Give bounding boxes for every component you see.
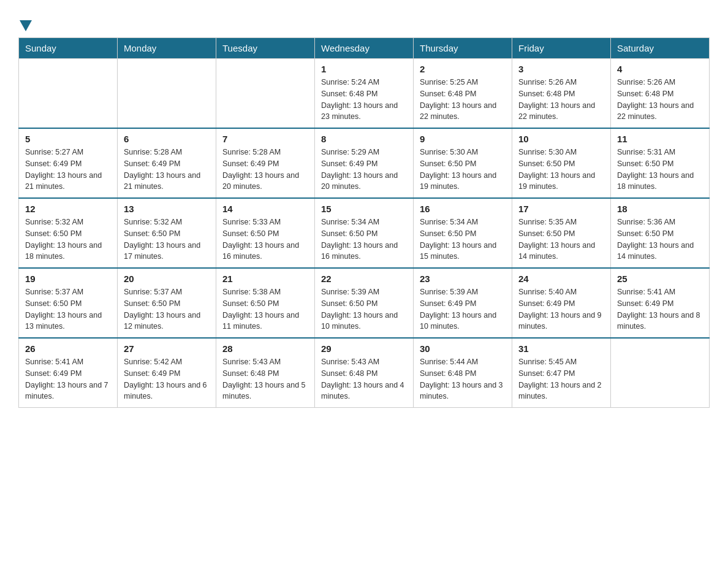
day-number: 13: [124, 204, 210, 214]
calendar-cell: 11Sunrise: 5:31 AM Sunset: 6:50 PM Dayli…: [611, 128, 710, 198]
day-info: Sunrise: 5:37 AM Sunset: 6:50 PM Dayligh…: [124, 286, 210, 332]
calendar-cell: 14Sunrise: 5:33 AM Sunset: 6:50 PM Dayli…: [216, 198, 315, 268]
calendar-cell: 23Sunrise: 5:39 AM Sunset: 6:49 PM Dayli…: [414, 268, 512, 338]
calendar-header-row: SundayMondayTuesdayWednesdayThursdayFrid…: [19, 38, 710, 59]
day-info: Sunrise: 5:32 AM Sunset: 6:50 PM Dayligh…: [124, 216, 210, 262]
day-info: Sunrise: 5:31 AM Sunset: 6:50 PM Dayligh…: [617, 147, 703, 193]
calendar-cell: 29Sunrise: 5:43 AM Sunset: 6:48 PM Dayli…: [315, 338, 414, 408]
day-number: 4: [617, 64, 703, 74]
calendar-cell: [118, 59, 216, 129]
day-info: Sunrise: 5:45 AM Sunset: 6:47 PM Dayligh…: [518, 356, 604, 402]
calendar-week-row: 12Sunrise: 5:32 AM Sunset: 6:50 PM Dayli…: [19, 198, 710, 268]
calendar-cell: 27Sunrise: 5:42 AM Sunset: 6:49 PM Dayli…: [118, 338, 216, 408]
day-info: Sunrise: 5:41 AM Sunset: 6:49 PM Dayligh…: [25, 356, 111, 402]
day-info: Sunrise: 5:37 AM Sunset: 6:50 PM Dayligh…: [25, 286, 111, 332]
calendar-cell: 30Sunrise: 5:44 AM Sunset: 6:48 PM Dayli…: [414, 338, 512, 408]
day-info: Sunrise: 5:38 AM Sunset: 6:50 PM Dayligh…: [222, 286, 308, 332]
day-info: Sunrise: 5:28 AM Sunset: 6:49 PM Dayligh…: [124, 147, 210, 193]
calendar-cell: 19Sunrise: 5:37 AM Sunset: 6:50 PM Dayli…: [19, 268, 118, 338]
day-number: 7: [222, 134, 308, 144]
calendar-cell: 9Sunrise: 5:30 AM Sunset: 6:50 PM Daylig…: [414, 128, 512, 198]
day-number: 9: [420, 134, 506, 144]
calendar-cell: 6Sunrise: 5:28 AM Sunset: 6:49 PM Daylig…: [118, 128, 216, 198]
day-info: Sunrise: 5:27 AM Sunset: 6:49 PM Dayligh…: [25, 147, 111, 193]
day-number: 25: [617, 274, 703, 284]
calendar-cell: 2Sunrise: 5:25 AM Sunset: 6:48 PM Daylig…: [414, 59, 512, 129]
calendar-cell: [611, 338, 710, 408]
day-info: Sunrise: 5:42 AM Sunset: 6:49 PM Dayligh…: [124, 356, 210, 402]
day-info: Sunrise: 5:36 AM Sunset: 6:50 PM Dayligh…: [617, 216, 703, 262]
day-info: Sunrise: 5:32 AM Sunset: 6:50 PM Dayligh…: [25, 216, 111, 262]
calendar-cell: 26Sunrise: 5:41 AM Sunset: 6:49 PM Dayli…: [19, 338, 118, 408]
calendar-cell: [216, 59, 315, 129]
calendar-table: SundayMondayTuesdayWednesdayThursdayFrid…: [18, 37, 710, 408]
day-number: 27: [124, 343, 210, 354]
day-info: Sunrise: 5:34 AM Sunset: 6:50 PM Dayligh…: [420, 216, 506, 262]
day-info: Sunrise: 5:35 AM Sunset: 6:50 PM Dayligh…: [518, 216, 604, 262]
col-header-friday: Friday: [512, 38, 611, 59]
col-header-saturday: Saturday: [611, 38, 710, 59]
day-info: Sunrise: 5:34 AM Sunset: 6:50 PM Dayligh…: [321, 216, 407, 262]
day-info: Sunrise: 5:28 AM Sunset: 6:49 PM Dayligh…: [222, 147, 308, 193]
calendar-cell: 7Sunrise: 5:28 AM Sunset: 6:49 PM Daylig…: [216, 128, 315, 198]
calendar-cell: 12Sunrise: 5:32 AM Sunset: 6:50 PM Dayli…: [19, 198, 118, 268]
day-number: 20: [124, 274, 210, 284]
day-number: 31: [518, 343, 604, 354]
col-header-wednesday: Wednesday: [315, 38, 414, 59]
day-number: 3: [518, 64, 604, 74]
day-number: 12: [25, 204, 111, 214]
day-number: 14: [222, 204, 308, 214]
day-number: 22: [321, 274, 407, 284]
col-header-thursday: Thursday: [414, 38, 512, 59]
calendar-cell: 24Sunrise: 5:40 AM Sunset: 6:49 PM Dayli…: [512, 268, 611, 338]
day-info: Sunrise: 5:39 AM Sunset: 6:50 PM Dayligh…: [321, 286, 407, 332]
day-number: 21: [222, 274, 308, 284]
day-info: Sunrise: 5:43 AM Sunset: 6:48 PM Dayligh…: [222, 356, 308, 402]
day-info: Sunrise: 5:29 AM Sunset: 6:49 PM Dayligh…: [321, 147, 407, 193]
day-number: 28: [222, 343, 308, 354]
day-info: Sunrise: 5:39 AM Sunset: 6:49 PM Dayligh…: [420, 286, 506, 332]
day-info: Sunrise: 5:25 AM Sunset: 6:48 PM Dayligh…: [420, 77, 506, 123]
day-number: 5: [25, 134, 111, 144]
calendar-cell: 31Sunrise: 5:45 AM Sunset: 6:47 PM Dayli…: [512, 338, 611, 408]
logo-arrow-icon: [20, 20, 32, 31]
day-number: 29: [321, 343, 407, 354]
col-header-sunday: Sunday: [19, 38, 118, 59]
day-number: 19: [25, 274, 111, 284]
col-header-tuesday: Tuesday: [216, 38, 315, 59]
day-info: Sunrise: 5:30 AM Sunset: 6:50 PM Dayligh…: [518, 147, 604, 193]
calendar-cell: [19, 59, 118, 129]
day-number: 18: [617, 204, 703, 214]
calendar-cell: 13Sunrise: 5:32 AM Sunset: 6:50 PM Dayli…: [118, 198, 216, 268]
calendar-cell: 18Sunrise: 5:36 AM Sunset: 6:50 PM Dayli…: [611, 198, 710, 268]
calendar-cell: 20Sunrise: 5:37 AM Sunset: 6:50 PM Dayli…: [118, 268, 216, 338]
calendar-cell: 15Sunrise: 5:34 AM Sunset: 6:50 PM Dayli…: [315, 198, 414, 268]
day-number: 1: [321, 64, 407, 74]
day-number: 30: [420, 343, 506, 354]
calendar-cell: 10Sunrise: 5:30 AM Sunset: 6:50 PM Dayli…: [512, 128, 611, 198]
calendar-week-row: 5Sunrise: 5:27 AM Sunset: 6:49 PM Daylig…: [19, 128, 710, 198]
day-info: Sunrise: 5:44 AM Sunset: 6:48 PM Dayligh…: [420, 356, 506, 402]
calendar-cell: 22Sunrise: 5:39 AM Sunset: 6:50 PM Dayli…: [315, 268, 414, 338]
calendar-cell: 17Sunrise: 5:35 AM Sunset: 6:50 PM Dayli…: [512, 198, 611, 268]
calendar-cell: 3Sunrise: 5:26 AM Sunset: 6:48 PM Daylig…: [512, 59, 611, 129]
day-number: 23: [420, 274, 506, 284]
day-number: 15: [321, 204, 407, 214]
day-number: 26: [25, 343, 111, 354]
day-number: 11: [617, 134, 703, 144]
calendar-cell: 21Sunrise: 5:38 AM Sunset: 6:50 PM Dayli…: [216, 268, 315, 338]
day-number: 16: [420, 204, 506, 214]
day-info: Sunrise: 5:40 AM Sunset: 6:49 PM Dayligh…: [518, 286, 604, 332]
day-info: Sunrise: 5:41 AM Sunset: 6:49 PM Dayligh…: [617, 286, 703, 332]
day-number: 10: [518, 134, 604, 144]
day-info: Sunrise: 5:30 AM Sunset: 6:50 PM Dayligh…: [420, 147, 506, 193]
day-number: 8: [321, 134, 407, 144]
day-number: 24: [518, 274, 604, 284]
calendar-cell: 5Sunrise: 5:27 AM Sunset: 6:49 PM Daylig…: [19, 128, 118, 198]
calendar-cell: 1Sunrise: 5:24 AM Sunset: 6:48 PM Daylig…: [315, 59, 414, 129]
day-number: 17: [518, 204, 604, 214]
calendar-cell: 28Sunrise: 5:43 AM Sunset: 6:48 PM Dayli…: [216, 338, 315, 408]
calendar-week-row: 26Sunrise: 5:41 AM Sunset: 6:49 PM Dayli…: [19, 338, 710, 408]
calendar-week-row: 1Sunrise: 5:24 AM Sunset: 6:48 PM Daylig…: [19, 59, 710, 129]
calendar-cell: 4Sunrise: 5:26 AM Sunset: 6:48 PM Daylig…: [611, 59, 710, 129]
